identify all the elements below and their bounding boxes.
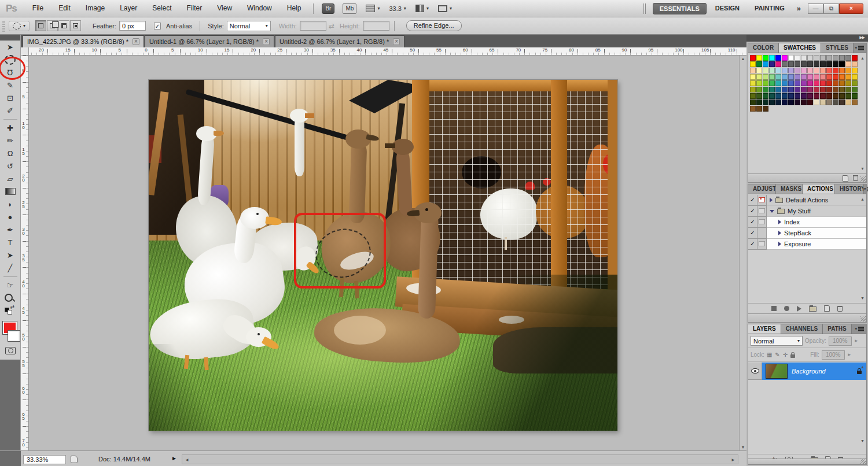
- color-swatch[interactable]: [814, 80, 819, 86]
- quick-mask-button[interactable]: [5, 347, 16, 354]
- quick-selection-tool[interactable]: ✎: [1, 79, 20, 91]
- color-swatch[interactable]: [782, 87, 788, 93]
- feather-input[interactable]: [119, 21, 146, 31]
- eraser-tool[interactable]: ▱: [1, 172, 20, 185]
- layer-name[interactable]: Background: [792, 368, 853, 375]
- color-swatch[interactable]: [769, 99, 775, 105]
- anti-alias-checkbox[interactable]: ✓: [154, 23, 161, 29]
- status-zoom-input[interactable]: 33.33%: [23, 455, 66, 464]
- history-brush-tool[interactable]: ↺: [1, 160, 20, 172]
- color-swatch[interactable]: [826, 74, 832, 80]
- panel-menu-button[interactable]: ▾: [855, 324, 866, 334]
- menu-item[interactable]: View: [209, 0, 240, 17]
- refine-edge-button[interactable]: Refine Edge...: [406, 20, 462, 31]
- brush-tool[interactable]: ✏: [1, 134, 20, 147]
- move-tool[interactable]: ➤: [1, 40, 20, 53]
- color-swatch[interactable]: [750, 61, 756, 67]
- record-icon[interactable]: [784, 306, 789, 311]
- color-swatch[interactable]: [820, 87, 826, 93]
- panel-tab[interactable]: ACTIONS: [803, 184, 835, 194]
- color-swatch[interactable]: [763, 80, 768, 86]
- color-swatch[interactable]: [750, 93, 756, 99]
- scroll-up-icon[interactable]: ▲: [860, 365, 865, 369]
- horizontal-scrollbar[interactable]: ◄ ►: [182, 454, 738, 464]
- color-swatch[interactable]: [788, 61, 794, 67]
- color-swatch[interactable]: [852, 61, 858, 67]
- add-to-selection-button[interactable]: [47, 20, 58, 31]
- color-swatch[interactable]: [852, 68, 858, 73]
- color-swatch[interactable]: [775, 61, 781, 67]
- color-swatch[interactable]: [845, 87, 851, 93]
- color-swatch[interactable]: [820, 93, 826, 99]
- color-swatch[interactable]: [795, 61, 800, 67]
- elliptical-marquee-tool[interactable]: [1, 53, 20, 66]
- color-swatch[interactable]: [852, 87, 858, 93]
- color-swatch[interactable]: [769, 74, 775, 80]
- color-swatch[interactable]: [807, 80, 813, 86]
- color-swatch[interactable]: [763, 74, 768, 80]
- intersect-selection-button[interactable]: [70, 20, 81, 31]
- close-tab-icon[interactable]: ×: [393, 38, 400, 45]
- spot-healing-brush-tool[interactable]: ✚: [1, 121, 20, 134]
- disclosure-triangle-icon[interactable]: [778, 231, 781, 235]
- minimize-button[interactable]: —: [808, 3, 823, 14]
- menu-item[interactable]: Help: [279, 0, 309, 17]
- color-swatch[interactable]: [852, 74, 858, 80]
- document-tab[interactable]: IMG_4225.JPG @ 33.3% (RGB/8) * ×: [23, 35, 144, 47]
- color-swatch[interactable]: [795, 99, 800, 105]
- new-action-icon[interactable]: [824, 305, 830, 312]
- color-swatch[interactable]: [795, 87, 800, 93]
- color-swatch[interactable]: [756, 93, 762, 99]
- color-swatch[interactable]: [763, 106, 768, 112]
- color-swatch[interactable]: [807, 55, 813, 61]
- color-swatch[interactable]: [756, 74, 762, 80]
- scroll-down-icon[interactable]: ▼: [740, 445, 746, 449]
- panel-tab[interactable]: PATHS: [823, 324, 851, 334]
- color-swatch[interactable]: [814, 93, 819, 99]
- color-swatch[interactable]: [769, 68, 775, 73]
- color-swatch[interactable]: [756, 55, 762, 61]
- color-swatch[interactable]: [801, 80, 807, 86]
- color-swatch[interactable]: [826, 99, 832, 105]
- color-swatch[interactable]: [782, 55, 788, 61]
- color-swatch[interactable]: [845, 55, 851, 61]
- color-swatch[interactable]: [782, 68, 788, 73]
- resize-grip[interactable]: [860, 316, 866, 321]
- close-tab-icon[interactable]: ×: [133, 38, 139, 45]
- color-swatch[interactable]: [814, 55, 819, 61]
- color-swatch[interactable]: [814, 99, 819, 105]
- dodge-tool[interactable]: ●: [1, 210, 20, 223]
- path-selection-tool[interactable]: ➤: [1, 249, 20, 261]
- color-swatch[interactable]: [826, 80, 832, 86]
- clone-stamp-tool[interactable]: Ω: [1, 147, 20, 160]
- color-swatch[interactable]: [782, 93, 788, 99]
- color-swatch[interactable]: [839, 99, 845, 105]
- color-swatch[interactable]: [833, 87, 838, 93]
- menu-item[interactable]: Edit: [51, 0, 78, 17]
- color-swatch[interactable]: [845, 99, 851, 105]
- color-swatch[interactable]: [763, 68, 768, 73]
- color-swatch[interactable]: [750, 106, 756, 112]
- action-row[interactable]: ✓ Index: [748, 217, 866, 228]
- play-icon[interactable]: [797, 306, 801, 312]
- color-swatch[interactable]: [820, 74, 826, 80]
- color-swatch[interactable]: [756, 99, 762, 105]
- color-swatch[interactable]: [756, 80, 762, 86]
- color-swatch[interactable]: [826, 61, 832, 67]
- tool-preset-picker[interactable]: ▾: [9, 21, 30, 31]
- color-swatch[interactable]: [775, 93, 781, 99]
- color-swatch[interactable]: [775, 80, 781, 86]
- color-swatch[interactable]: [839, 87, 845, 93]
- action-row[interactable]: ✓ StepBack: [748, 228, 866, 239]
- color-swatch[interactable]: [845, 93, 851, 99]
- action-row[interactable]: ✓ My Stuff: [748, 206, 866, 217]
- scroll-down-icon[interactable]: ▼: [860, 167, 865, 171]
- color-swatch[interactable]: [839, 74, 845, 80]
- workspace-button[interactable]: PAINTING: [748, 3, 791, 14]
- new-selection-button[interactable]: [35, 20, 46, 31]
- workspace-button[interactable]: ESSENTIALS: [653, 3, 707, 14]
- canvas[interactable]: [29, 56, 739, 450]
- color-swatch[interactable]: [788, 99, 794, 105]
- background-color-swatch[interactable]: [8, 331, 20, 341]
- color-swatch[interactable]: [775, 55, 781, 61]
